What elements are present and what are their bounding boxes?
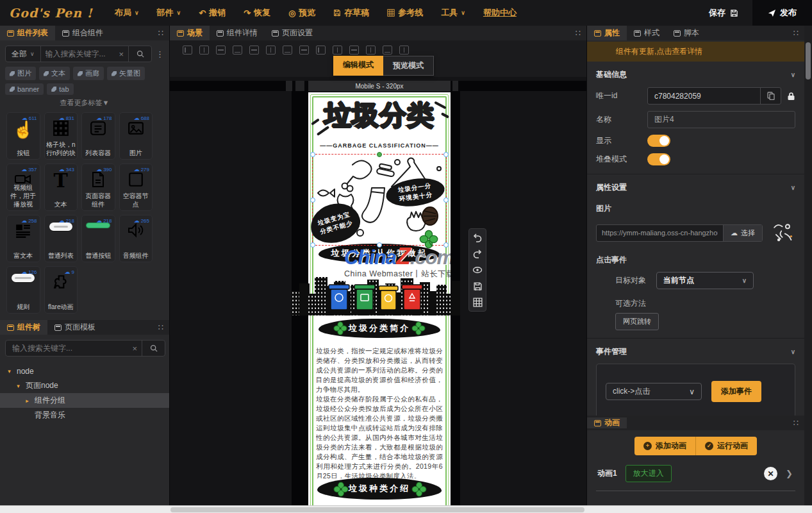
undo-icon[interactable]: [472, 233, 483, 243]
tree-node-background-music[interactable]: 背景音乐: [0, 408, 169, 423]
resize-handle-w[interactable]: [310, 198, 315, 203]
menu-save-draft[interactable]: 存草稿: [333, 7, 369, 19]
target-object-select[interactable]: 当前节点∨: [656, 272, 754, 289]
redo-icon[interactable]: [472, 249, 483, 259]
bottom-scrollbar[interactable]: [0, 505, 812, 513]
save-button[interactable]: 保存: [695, 0, 752, 26]
tag-tab[interactable]: tab: [47, 83, 73, 95]
web-jump-button[interactable]: 网页跳转: [615, 313, 659, 330]
component-card-video[interactable]: ☁357 视频组件，用于播放视: [6, 164, 40, 211]
poster-banner-types[interactable]: 垃圾种类介绍: [317, 478, 442, 500]
tree-node-component-group[interactable]: ▸组件分组: [0, 393, 169, 408]
tab-page-templates[interactable]: 页面模板: [47, 320, 103, 335]
view-more-tags[interactable]: 查看更多标签▼: [0, 95, 169, 110]
menu-guides[interactable]: 参考线: [387, 7, 423, 19]
component-card-grid-block[interactable]: ☁831 格子块，n行n列的块: [44, 112, 78, 160]
panel-grid-icon[interactable]: ∷: [153, 26, 169, 40]
search-scope-select[interactable]: 全部∨: [6, 46, 41, 62]
tab-component-list[interactable]: 组件列表: [0, 26, 55, 40]
poster-title[interactable]: 垃圾分类: [308, 97, 451, 133]
menu-widgets[interactable]: 部件∨: [157, 7, 181, 19]
menu-tools[interactable]: 工具∨: [441, 7, 465, 19]
expand-arrow-icon[interactable]: ▾: [6, 368, 12, 374]
tab-component-tree[interactable]: 组件树: [0, 320, 47, 335]
more-options-icon[interactable]: ⋮: [152, 49, 165, 59]
layer-forward-icon[interactable]: [283, 46, 292, 55]
menu-help-center[interactable]: 帮助中心: [483, 7, 517, 19]
menu-undo[interactable]: ↶撤销: [199, 7, 226, 19]
scrollbar-thumb[interactable]: [170, 507, 584, 512]
tag-banner[interactable]: banner: [5, 83, 44, 95]
search-icon[interactable]: [128, 46, 151, 62]
tree-node-root[interactable]: ▾node: [0, 364, 169, 378]
distribute-vertical-icon[interactable]: [366, 46, 376, 55]
animation-type-button[interactable]: 放大进入: [626, 465, 672, 482]
tab-properties[interactable]: 属性: [587, 26, 627, 40]
selected-image-component[interactable]: 垃圾分一分环境美十分 垃圾变为宝分类不能少: [312, 154, 447, 246]
component-card-flare-animation[interactable]: ☁9 flare动画: [44, 266, 78, 314]
grid-icon[interactable]: [472, 297, 483, 307]
copy-icon[interactable]: [760, 88, 781, 104]
poster-banner-intro[interactable]: 垃圾分类简介: [319, 319, 440, 338]
chevron-down-icon[interactable]: ∨: [791, 184, 795, 191]
preview-mode-button[interactable]: 预览模式: [383, 56, 434, 76]
align-horizontal-center-icon[interactable]: [199, 46, 209, 55]
eye-icon[interactable]: [472, 265, 483, 275]
select-image-button[interactable]: ☁选择: [723, 225, 762, 241]
tree-search-input[interactable]: [6, 341, 128, 356]
add-event-button[interactable]: 添加事件: [711, 381, 761, 402]
poster-subtitle[interactable]: ——GARBAGE CLASSIFICATION——: [308, 142, 451, 149]
stack-mode-toggle[interactable]: [647, 153, 670, 165]
unique-id-input[interactable]: [648, 88, 760, 104]
layer-backward-icon[interactable]: [299, 46, 309, 55]
image-thumbnail[interactable]: [768, 220, 798, 246]
expand-arrow-icon[interactable]: ▾: [15, 383, 21, 389]
resize-handle-nw[interactable]: [310, 152, 315, 157]
component-card-rich-text[interactable]: ☁258 富文本: [6, 215, 40, 262]
align-bottom-icon[interactable]: [266, 46, 276, 55]
chevron-down-icon[interactable]: ∨: [791, 348, 795, 355]
component-card-plain-list[interactable]: ☁218 普通列表: [44, 215, 78, 262]
component-card-rule[interactable]: ☁126 规则: [6, 266, 40, 314]
align-top-icon[interactable]: [233, 46, 242, 55]
component-search-input[interactable]: [41, 46, 115, 62]
lock-icon[interactable]: [787, 92, 795, 101]
tab-combined-components[interactable]: 组合组件: [55, 26, 110, 40]
tag-vector[interactable]: 矢量图: [107, 67, 145, 80]
tab-script[interactable]: 脚本: [667, 26, 706, 40]
group-icon[interactable]: [333, 46, 342, 55]
run-animation-button[interactable]: ✓运行动画: [696, 437, 757, 455]
menu-redo[interactable]: ↷恢复: [244, 7, 270, 19]
tag-image[interactable]: 图片: [5, 67, 36, 80]
component-name-input[interactable]: [648, 112, 795, 128]
component-update-alert[interactable]: 组件有更新,点击查看详情: [587, 42, 804, 62]
panel-grid-icon[interactable]: ∷: [153, 320, 169, 335]
component-card-empty-container[interactable]: ☁279 空容器节点: [119, 164, 153, 211]
duplicate-icon[interactable]: [316, 46, 326, 55]
component-card-image[interactable]: ☁688 图片: [119, 112, 153, 160]
component-card-button[interactable]: ☁611 ☝ 按钮: [6, 112, 40, 160]
component-card-list-container[interactable]: ☁178 列表容器: [81, 112, 115, 160]
resize-handle-e[interactable]: [443, 198, 449, 203]
align-left-icon[interactable]: [183, 46, 192, 55]
tab-scene[interactable]: 场景: [170, 26, 210, 40]
right-scrollbar[interactable]: [804, 26, 812, 505]
equal-height-icon[interactable]: [383, 46, 392, 55]
city-skyline-image[interactable]: [292, 272, 460, 315]
panel-grid-icon[interactable]: ∷: [788, 26, 804, 40]
panel-grid-icon[interactable]: ∷: [570, 26, 586, 40]
edit-mode-button[interactable]: 编辑模式: [333, 56, 383, 76]
event-type-select[interactable]: click->点击∨: [606, 383, 702, 400]
component-card-audio[interactable]: ☁265 音频组件: [119, 215, 153, 262]
search-icon[interactable]: [142, 341, 165, 356]
publish-button[interactable]: 发布: [752, 0, 812, 26]
component-card-plain-button[interactable]: ☁218 普通按钮: [81, 215, 115, 262]
component-card-text[interactable]: ☁343 T 文本: [44, 164, 78, 211]
poster-body-text[interactable]: 垃圾分类，指按一定规定或标准将垃圾分类储存、分类投放和分类搬运，从而转变成公共资…: [316, 346, 443, 478]
equal-width-icon[interactable]: [399, 46, 409, 55]
add-animation-button[interactable]: +添加动画: [634, 437, 696, 455]
resize-handle-ne[interactable]: [443, 152, 449, 157]
chevron-down-icon[interactable]: ∨: [791, 71, 795, 78]
clear-icon[interactable]: ×: [128, 341, 142, 356]
chevron-right-icon[interactable]: ❯: [786, 469, 794, 478]
